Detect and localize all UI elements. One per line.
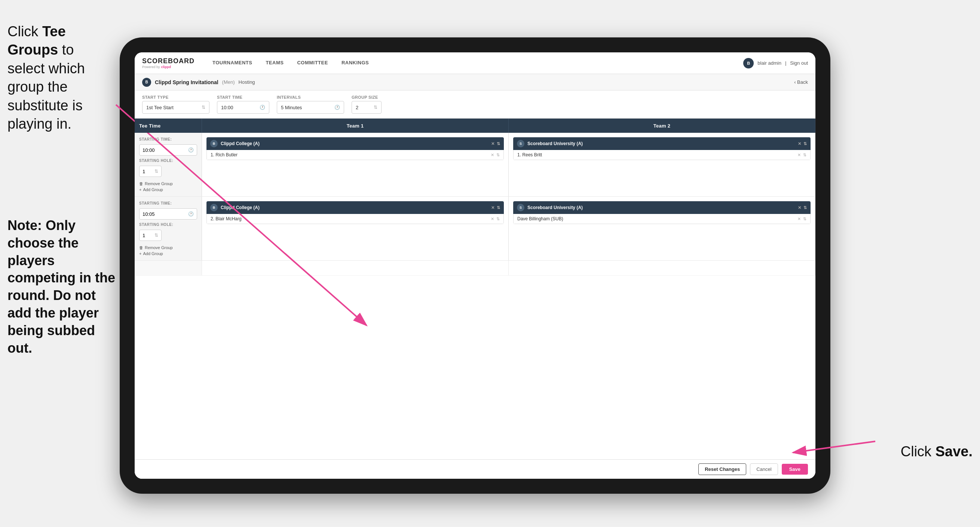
group-1-team2: S Scoreboard University (A) ✕ ⇅ 1. Rees … [509,133,815,196]
player-close-icon-2-2[interactable]: ✕ [797,217,801,221]
starting-hole-input-1[interactable]: 1 ⇅ [139,166,162,177]
start-type-label: Start Type [142,95,210,99]
nav-committee[interactable]: COMMITTEE [290,53,335,74]
player-close-icon-2-1[interactable]: ✕ [491,217,494,221]
annotation-save-text: Click Save. [901,444,972,459]
team-name-2-1: Clippd College (A) [221,205,488,210]
navbar-user: B blair admin | Sign out [743,58,808,68]
cancel-button[interactable]: Cancel [750,463,778,475]
player-row-2-1: 2. Blair McHarg ✕ ⇅ [207,214,504,224]
start-time-group: Start Time 10:00 🕐 [217,95,269,114]
player-close-icon-1-2[interactable]: ✕ [797,153,801,158]
team-card-icons-1-2: ✕ ⇅ [798,142,807,146]
player-expand-icon-2-2[interactable]: ⇅ [803,217,807,221]
group-row-2: STARTING TIME: 10:05 🕐 STARTING HOLE: 1 … [135,197,815,261]
team-card-2-2: S Scoreboard University (A) ✕ ⇅ Dave Bil… [513,201,811,224]
clock-icon: 🕐 [259,105,265,110]
player-row-2-2: Dave Billingham (SUB) ✕ ⇅ [513,214,811,224]
expand-icon-1-1[interactable]: ⇅ [497,142,500,146]
remove-group-2-link[interactable]: 🗑 Remove Group [139,245,197,250]
starting-time-input-2[interactable]: 10:05 🕐 [139,209,197,220]
group-2-actions: 🗑 Remove Group + Add Group [139,245,197,256]
annotation-left-top: Click Tee Groups to select which group t… [0,22,116,133]
expand-icon-1-2[interactable]: ⇅ [803,142,807,146]
group-1-team1: B Clippd College (A) ✕ ⇅ 1. Rich Butler [202,133,509,196]
close-icon-1-1[interactable]: ✕ [491,142,495,146]
player-expand-icon-2-1[interactable]: ⇅ [496,217,500,221]
annotation-left-bottom: Note: Only choose the players competing … [0,217,127,357]
team-name-1-2: Scoreboard University (A) [527,141,795,146]
powered-by: Powered by clippd [142,65,194,69]
main-content: Start Type 1st Tee Start ⇅ Start Time 10… [135,91,815,479]
intervals-label: Intervals [277,95,344,99]
close-icon-1-2[interactable]: ✕ [798,142,801,146]
starting-time-value-2: 10:05 [143,211,155,217]
group-size-input[interactable]: 2 ⇅ [352,101,382,114]
player-icons-2-1: ✕ ⇅ [491,217,500,221]
starting-hole-input-2[interactable]: 1 ⇅ [139,230,162,241]
team-name-2-2: Scoreboard University (A) [527,205,795,210]
team-avatar-2-1: B [210,204,218,211]
reset-changes-button[interactable]: Reset Changes [698,463,746,475]
group-row: STARTING TIME: 10:00 🕐 STARTING HOLE: 1 … [135,133,815,197]
team-card-header-2-1: B Clippd College (A) ✕ ⇅ [207,201,504,214]
th-team1: Team 1 [202,119,509,133]
back-button[interactable]: ‹ Back [794,79,808,85]
time-clock-icon-2: 🕐 [188,211,194,217]
player-expand-icon-1-2[interactable]: ⇅ [803,153,807,158]
team-card-header-2-2: S Scoreboard University (A) ✕ ⇅ [513,201,811,214]
sign-out-link[interactable]: Sign out [790,60,808,66]
breadcrumb-hosting: Hosting [239,79,255,85]
add-group-2-link[interactable]: + Add Group [139,252,197,256]
player-row-1-1: 1. Rich Butler ✕ ⇅ [207,150,504,160]
starting-time-input-1[interactable]: 10:00 🕐 [139,144,197,156]
add-group-1-link[interactable]: + Add Group [139,187,197,192]
nav-rankings[interactable]: RANKINGS [335,53,375,74]
intervals-clock-icon: 🕐 [334,105,340,110]
team-card-header-1-1: B Clippd College (A) ✕ ⇅ [207,137,504,150]
starting-hole-value-1: 1 [143,169,145,174]
group-size-label: Group Size [352,95,382,99]
settings-bar: Start Type 1st Tee Start ⇅ Start Time 10… [135,91,815,119]
group-size-group: Group Size 2 ⇅ [352,95,382,114]
tee-table: Tee Time Team 1 Team 2 STARTING TIME: 10… [135,119,815,459]
nav-tournaments[interactable]: TOURNAMENTS [206,53,259,74]
remove-group-1-link[interactable]: 🗑 Remove Group [139,182,197,186]
group-3-side-partial [135,261,202,275]
player-close-icon-1-1[interactable]: ✕ [491,153,494,158]
close-icon-2-2[interactable]: ✕ [798,205,801,210]
annotation-right: Click Save. [901,444,972,460]
app-footer: Reset Changes Cancel Save [135,459,815,479]
intervals-group: Intervals 5 Minutes 🕐 [277,95,344,114]
table-header: Tee Time Team 1 Team 2 [135,119,815,133]
starting-hole-label-1: STARTING HOLE: [139,159,197,163]
start-time-input[interactable]: 10:00 🕐 [217,101,269,114]
start-time-value: 10:00 [221,105,234,110]
expand-icon-2-2[interactable]: ⇅ [803,205,807,210]
team-card-icons-2-1: ✕ ⇅ [491,205,500,210]
nav-teams[interactable]: TEAMS [259,53,290,74]
start-type-input[interactable]: 1st Tee Start ⇅ [142,101,210,114]
hole-spinner-icon-1: ⇅ [154,169,158,174]
close-icon-2-1[interactable]: ✕ [491,205,495,210]
player-name-2-2: Dave Billingham (SUB) [517,216,797,221]
starting-hole-label-2: STARTING HOLE: [139,223,197,227]
hole-spinner-icon-2: ⇅ [154,232,158,238]
start-time-label: Start Time [217,95,269,99]
team-card-1-1: B Clippd College (A) ✕ ⇅ 1. Rich Butler [207,137,504,160]
player-icons-1-1: ✕ ⇅ [491,153,500,158]
add-icon-2: + [139,252,142,256]
separator: | [785,60,786,66]
breadcrumb-bar: B Clippd Spring Invitational (Men) Hosti… [135,74,815,91]
time-clock-icon-1: 🕐 [188,147,194,153]
annotation-note-text: Note: Only choose the players competing … [8,218,115,356]
breadcrumb-title: Clippd Spring Invitational [155,79,218,85]
player-name-1-1: 1. Rich Butler [211,152,491,158]
expand-icon-2-1[interactable]: ⇅ [497,205,500,210]
start-type-group: Start Type 1st Tee Start ⇅ [142,95,210,114]
intervals-input[interactable]: 5 Minutes 🕐 [277,101,344,114]
navbar-logo: SCOREBOARD Powered by clippd [142,57,194,69]
player-expand-icon-1-1[interactable]: ⇅ [496,153,500,158]
add-icon-1: + [139,187,142,192]
save-button[interactable]: Save [782,464,808,474]
